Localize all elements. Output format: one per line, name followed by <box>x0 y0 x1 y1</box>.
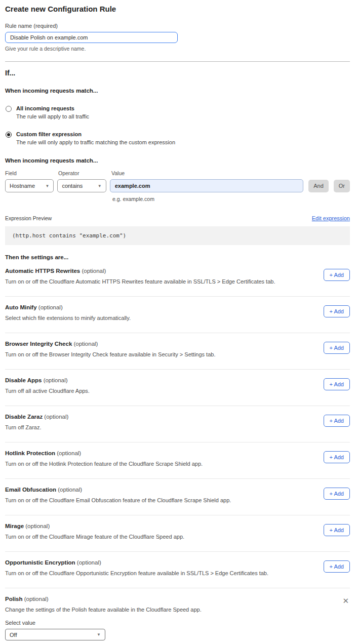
setting-row-opportunistic-encryption: Opportunistic Encryption (optional) Turn… <box>5 552 350 588</box>
radio-button-checked[interactable] <box>6 132 12 138</box>
select-value-label: Select value <box>5 620 342 626</box>
rule-name-label: Rule name (required) <box>5 23 350 29</box>
value-label: Value <box>111 170 125 176</box>
setting-description: Turn off Zaraz. <box>5 424 68 430</box>
setting-optional-label: (optional) <box>25 523 50 529</box>
setting-description: Turn on or off the Cloudflare Opportunis… <box>5 570 268 576</box>
value-input[interactable] <box>110 179 303 192</box>
setting-description: Select which file extensions to minify a… <box>5 315 131 321</box>
add-setting-button[interactable]: + Add <box>324 451 350 463</box>
then-settings-heading: Then the settings are... <box>5 254 350 260</box>
incoming-requests-match-heading: When incoming requests match... <box>5 88 350 94</box>
section-divider <box>5 61 350 62</box>
setting-description: Turn on or off the Hotlink Protection fe… <box>5 461 203 467</box>
expression-preview-code: (http.host contains "example.com") <box>5 226 350 245</box>
setting-name: Polish <box>5 596 23 602</box>
field-select-value: Hostname <box>10 183 35 189</box>
setting-name: Mirage <box>5 523 24 529</box>
and-button[interactable]: And <box>308 180 329 192</box>
setting-row-hotlink-protection: Hotlink Protection (optional) Turn on or… <box>5 442 350 479</box>
chevron-down-icon: ▼ <box>98 184 102 188</box>
setting-name: Automatic HTTPS Rewrites <box>5 268 80 274</box>
setting-optional-label: (optional) <box>74 341 98 347</box>
operator-select[interactable]: contains ▼ <box>57 179 106 192</box>
setting-row-email-obfuscation: Email Obfuscation (optional) Turn on or … <box>5 479 350 515</box>
add-setting-button[interactable]: + Add <box>324 524 350 536</box>
expression-preview-label: Expression Preview <box>5 215 52 221</box>
builder-heading: When incoming requests match... <box>5 157 350 164</box>
setting-row-auto-minify: Auto Minify (optional) Select which file… <box>5 297 350 333</box>
add-setting-button[interactable]: + Add <box>324 488 350 500</box>
setting-name: Opportunistic Encryption <box>5 559 75 566</box>
setting-optional-label: (optional) <box>44 377 68 383</box>
setting-description: Turn on or off the Cloudflare Automatic … <box>5 278 275 285</box>
field-select[interactable]: Hostname ▼ <box>5 179 54 192</box>
setting-optional-label: (optional) <box>82 268 106 274</box>
radio-option-custom-filter-expression[interactable]: Custom filter expression The rule will o… <box>5 131 350 145</box>
value-hint-text: e.g. example.com <box>112 196 350 202</box>
setting-name: Disable Apps <box>5 377 42 383</box>
chevron-down-icon: ▼ <box>45 184 49 188</box>
setting-row-browser-integrity-check: Browser Integrity Check (optional) Turn … <box>5 333 350 370</box>
add-setting-button[interactable]: + Add <box>324 415 350 427</box>
edit-expression-link[interactable]: Edit expression <box>312 215 350 221</box>
create-configuration-rule-page: Create new Configuration Rule Rule name … <box>0 0 357 640</box>
operator-label: Operator <box>58 170 111 176</box>
if-section-heading: If... <box>5 69 350 77</box>
setting-description: Turn off all active Cloudflare Apps. <box>5 388 90 394</box>
radio-description: The rule will only apply to traffic matc… <box>16 139 175 145</box>
setting-description: Change the settings of the Polish featur… <box>5 607 342 613</box>
radio-label: Custom filter expression <box>16 131 175 137</box>
or-button[interactable]: Or <box>334 180 350 192</box>
polish-select-value: Off <box>10 632 17 638</box>
expression-builder: When incoming requests match... Field Op… <box>5 157 350 202</box>
add-setting-button[interactable]: + Add <box>324 560 350 573</box>
setting-name: Hotlink Protection <box>5 450 55 456</box>
setting-name: Auto Minify <box>5 304 37 310</box>
add-setting-button[interactable]: + Add <box>324 305 350 317</box>
setting-description: Turn on or off the Browser Integrity Che… <box>5 351 215 357</box>
setting-optional-label: (optional) <box>58 487 82 493</box>
setting-row-disable-zaraz: Disable Zaraz (optional) Turn off Zaraz.… <box>5 406 350 442</box>
field-label: Field <box>5 170 58 176</box>
setting-optional-label: (optional) <box>24 596 49 602</box>
radio-option-all-incoming-requests[interactable]: All incoming requests The rule will appl… <box>5 105 350 119</box>
radio-button-unchecked[interactable] <box>6 106 12 112</box>
rule-name-input[interactable] <box>5 32 178 43</box>
add-setting-button[interactable]: + Add <box>324 378 350 390</box>
close-icon[interactable]: ✕ <box>342 597 349 605</box>
add-setting-button[interactable]: + Add <box>324 342 350 354</box>
setting-row-automatic-https-rewrites: Automatic HTTPS Rewrites (optional) Turn… <box>5 260 350 297</box>
chevron-down-icon: ▼ <box>97 632 101 637</box>
setting-optional-label: (optional) <box>77 559 101 566</box>
setting-row-disable-apps: Disable Apps (optional) Turn off all act… <box>5 370 350 406</box>
operator-select-value: contains <box>62 183 83 189</box>
setting-name: Disable Zaraz <box>5 414 43 420</box>
setting-description: Turn on or off the Cloudflare Email Obfu… <box>5 497 231 503</box>
add-setting-button[interactable]: + Add <box>324 269 350 281</box>
radio-description: The rule will apply to all traffic <box>16 113 89 119</box>
setting-optional-label: (optional) <box>44 414 68 420</box>
setting-row-mirage: Mirage (optional) Turn on or off the Clo… <box>5 515 350 552</box>
page-title: Create new Configuration Rule <box>5 5 350 13</box>
setting-optional-label: (optional) <box>57 450 81 456</box>
setting-row-polish: Polish (optional) Change the settings of… <box>5 588 350 640</box>
setting-name: Browser Integrity Check <box>5 341 72 347</box>
rule-name-help-text: Give your rule a descriptive name. <box>5 46 350 52</box>
polish-value-select[interactable]: Off ▼ <box>5 629 105 640</box>
radio-label: All incoming requests <box>16 105 89 111</box>
setting-description: Turn on or off the Cloudflare Mirage fea… <box>5 534 184 540</box>
setting-optional-label: (optional) <box>38 304 63 310</box>
setting-name: Email Obfuscation <box>5 487 56 493</box>
